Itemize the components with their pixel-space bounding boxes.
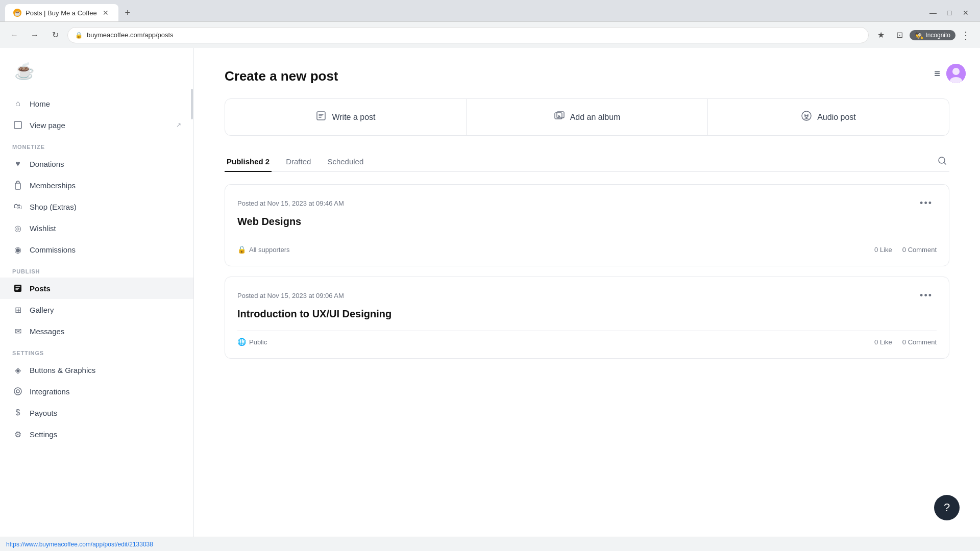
page-title: Create a new post bbox=[225, 68, 949, 84]
sidebar-logo: ☕ bbox=[0, 48, 193, 93]
post-stats-2: 0 Like 0 Comment bbox=[874, 338, 937, 346]
post-footer-2: 🌐 Public 0 Like 0 Comment bbox=[237, 330, 937, 346]
sidebar-item-view-page[interactable]: View page ↗ bbox=[0, 114, 193, 136]
svg-point-13 bbox=[952, 68, 960, 75]
sidebar-item-posts-label: Posts bbox=[30, 284, 51, 293]
payouts-icon: $ bbox=[12, 407, 23, 418]
sidebar-item-settings-label: Settings bbox=[30, 430, 57, 439]
home-icon: ⌂ bbox=[12, 98, 23, 109]
shop-icon: 🛍 bbox=[12, 201, 23, 212]
commissions-icon: ◉ bbox=[12, 244, 23, 255]
tab-favicon: ☕ bbox=[13, 9, 21, 17]
logo-icon: ☕ bbox=[12, 58, 37, 83]
tab-scheduled[interactable]: Scheduled bbox=[325, 152, 365, 172]
maximize-button[interactable]: □ bbox=[943, 7, 955, 19]
sidebar-item-gallery[interactable]: ⊞ Gallery bbox=[0, 299, 193, 320]
sidebar-item-commissions-label: Commissions bbox=[30, 245, 76, 254]
reload-button[interactable]: ↻ bbox=[47, 27, 63, 43]
bookmark-button[interactable]: ★ bbox=[873, 27, 889, 43]
sidebar-scroll: ⌂ Home View page ↗ MONETIZE ♥ Donations bbox=[0, 93, 193, 537]
external-link-icon: ↗ bbox=[176, 121, 181, 129]
sidebar-item-memberships-label: Memberships bbox=[30, 181, 76, 190]
sidebar-item-payouts[interactable]: $ Payouts bbox=[0, 402, 193, 423]
post-access-icon-1: 🔒 bbox=[237, 245, 246, 254]
post-comments-2: 0 Comment bbox=[902, 338, 937, 346]
status-url: https://www.buymeacoffee.com/app/post/ed… bbox=[6, 541, 153, 548]
tabs-bar: Published 2 Drafted Scheduled bbox=[225, 152, 949, 172]
chrome-cast-button[interactable]: ⊡ bbox=[891, 27, 908, 43]
sidebar-item-commissions[interactable]: ◉ Commissions bbox=[0, 239, 193, 260]
sidebar: ☕ ⌂ Home View page ↗ MONETIZE ♥ Donation… bbox=[0, 48, 194, 537]
sidebar-item-payouts-label: Payouts bbox=[30, 409, 57, 417]
user-avatar[interactable] bbox=[946, 64, 966, 83]
post-access-label-1: All supporters bbox=[249, 246, 289, 254]
audio-post-button[interactable]: Audio post bbox=[708, 99, 949, 135]
sidebar-item-gallery-label: Gallery bbox=[30, 306, 54, 314]
hamburger-button[interactable]: ≡ bbox=[934, 68, 940, 80]
incognito-label: Incognito bbox=[925, 32, 950, 39]
tab-close-button[interactable]: ✕ bbox=[101, 8, 110, 17]
view-page-icon bbox=[12, 119, 23, 131]
post-meta-1: Posted at Nov 15, 2023 at 09:46 AM ••• bbox=[237, 197, 937, 210]
memberships-icon bbox=[12, 180, 23, 191]
sidebar-item-home-label: Home bbox=[30, 99, 50, 108]
sidebar-item-wishlist-label: Wishlist bbox=[30, 224, 56, 233]
new-tab-button[interactable]: + bbox=[120, 6, 135, 20]
help-button[interactable]: ? bbox=[934, 495, 960, 520]
close-button[interactable]: ✕ bbox=[960, 7, 972, 19]
add-album-button[interactable]: Add an album bbox=[467, 99, 708, 135]
write-post-icon bbox=[315, 110, 327, 124]
sidebar-item-home[interactable]: ⌂ Home bbox=[0, 93, 193, 114]
post-card-1: Posted at Nov 15, 2023 at 09:46 AM ••• W… bbox=[225, 184, 949, 266]
browser-tab[interactable]: ☕ Posts | Buy Me a Coffee ✕ bbox=[5, 4, 118, 21]
address-bar[interactable]: 🔒 buymeacoffee.com/app/posts bbox=[67, 27, 869, 43]
sidebar-item-buttons-graphics[interactable]: ◈ Buttons & Graphics bbox=[0, 359, 193, 381]
forward-button[interactable]: → bbox=[27, 27, 43, 43]
svg-point-6 bbox=[16, 390, 19, 393]
svg-rect-2 bbox=[14, 121, 21, 129]
write-post-button[interactable]: Write a post bbox=[225, 99, 467, 135]
sidebar-item-settings[interactable]: ⚙ Settings bbox=[0, 423, 193, 445]
post-menu-button-1[interactable]: ••• bbox=[916, 197, 937, 210]
donations-icon: ♥ bbox=[12, 158, 23, 169]
svg-text:☕: ☕ bbox=[14, 61, 35, 81]
sidebar-item-posts[interactable]: Posts bbox=[0, 278, 193, 299]
search-button[interactable] bbox=[935, 154, 949, 170]
sidebar-item-messages-label: Messages bbox=[30, 327, 64, 336]
sidebar-item-view-page-label: View page bbox=[30, 121, 65, 130]
audio-post-icon bbox=[801, 110, 812, 124]
post-menu-button-2[interactable]: ••• bbox=[916, 289, 937, 302]
post-title-2: Introduction to UX/UI Designing bbox=[237, 308, 937, 320]
post-access-2: 🌐 Public bbox=[237, 338, 267, 346]
create-post-section: Write a post Add an album Audio post bbox=[225, 98, 949, 136]
sidebar-item-wishlist[interactable]: ◎ Wishlist bbox=[0, 217, 193, 239]
section-settings: SETTINGS bbox=[0, 342, 193, 359]
section-publish: PUBLISH bbox=[0, 260, 193, 278]
post-date-1: Posted at Nov 15, 2023 at 09:46 AM bbox=[237, 199, 344, 207]
sidebar-item-memberships[interactable]: Memberships bbox=[0, 174, 193, 196]
sidebar-item-integrations[interactable]: Integrations bbox=[0, 381, 193, 402]
write-post-label: Write a post bbox=[332, 113, 375, 122]
sidebar-item-shop[interactable]: 🛍 Shop (Extras) bbox=[0, 196, 193, 217]
add-album-label: Add an album bbox=[570, 113, 621, 122]
gallery-icon: ⊞ bbox=[12, 304, 23, 315]
scrollbar-thumb bbox=[191, 89, 193, 119]
sidebar-item-messages[interactable]: ✉ Messages bbox=[0, 320, 193, 342]
post-title-1: Web Designs bbox=[237, 216, 937, 228]
integrations-icon bbox=[12, 386, 23, 397]
tab-drafted-label: Drafted bbox=[286, 157, 311, 166]
sidebar-item-donations[interactable]: ♥ Donations bbox=[0, 153, 193, 174]
back-button[interactable]: ← bbox=[6, 27, 22, 43]
help-icon: ? bbox=[944, 501, 950, 514]
sidebar-item-integrations-label: Integrations bbox=[30, 387, 69, 396]
post-date-2: Posted at Nov 15, 2023 at 09:06 AM bbox=[237, 292, 344, 299]
svg-point-5 bbox=[14, 388, 21, 395]
minimize-button[interactable]: — bbox=[927, 7, 939, 19]
tab-drafted[interactable]: Drafted bbox=[284, 152, 313, 172]
messages-icon: ✉ bbox=[12, 325, 23, 337]
tab-published-label: Published 2 bbox=[227, 157, 270, 166]
tab-published[interactable]: Published 2 bbox=[225, 152, 272, 172]
add-album-icon bbox=[554, 110, 565, 124]
main-content: Create a new post Write a post Add an al… bbox=[194, 48, 980, 537]
more-button[interactable]: ⋮ bbox=[958, 27, 974, 43]
